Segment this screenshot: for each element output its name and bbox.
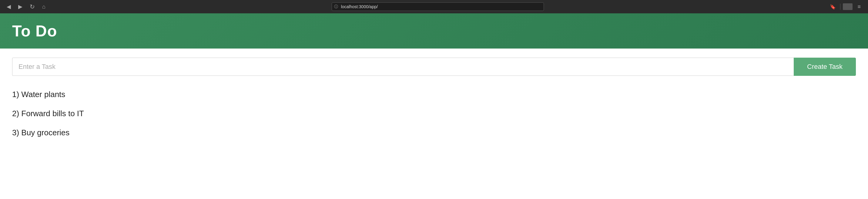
address-bar-container: ⓘ — [332, 2, 544, 11]
list-item: 2) Forward bills to IT — [12, 104, 856, 123]
task-item-label: 2) Forward bills to IT — [12, 109, 84, 118]
task-input[interactable] — [12, 58, 794, 76]
forward-button[interactable]: ▶ — [17, 3, 24, 10]
app-main: Create Task 1) Water plants 2) Forward b… — [0, 49, 868, 151]
browser-chrome: ◀ ▶ ↻ ⌂ ⓘ 🔖 ≡ — [0, 0, 868, 13]
bookmark-button[interactable]: 🔖 — [828, 3, 838, 11]
extension-icon[interactable] — [843, 3, 852, 10]
browser-right-controls: 🔖 ≡ — [828, 2, 863, 11]
task-item-label: 3) Buy groceries — [12, 128, 69, 137]
back-button[interactable]: ◀ — [5, 3, 13, 10]
task-input-row: Create Task — [12, 58, 856, 76]
app-header: To Do — [0, 13, 868, 49]
task-item-label: 1) Water plants — [12, 90, 65, 99]
list-item: 3) Buy groceries — [12, 123, 856, 142]
address-bar-wrapper: ⓘ — [51, 2, 825, 11]
address-bar-input[interactable] — [332, 2, 544, 11]
home-button[interactable]: ⌂ — [40, 3, 47, 10]
task-list: 1) Water plants 2) Forward bills to IT 3… — [12, 85, 856, 142]
create-task-button[interactable]: Create Task — [794, 58, 856, 76]
refresh-button[interactable]: ↻ — [28, 2, 37, 11]
browser-divider — [840, 4, 840, 10]
browser-menu-button[interactable]: ≡ — [855, 2, 863, 11]
list-item: 1) Water plants — [12, 85, 856, 104]
page-title: To Do — [12, 22, 856, 40]
